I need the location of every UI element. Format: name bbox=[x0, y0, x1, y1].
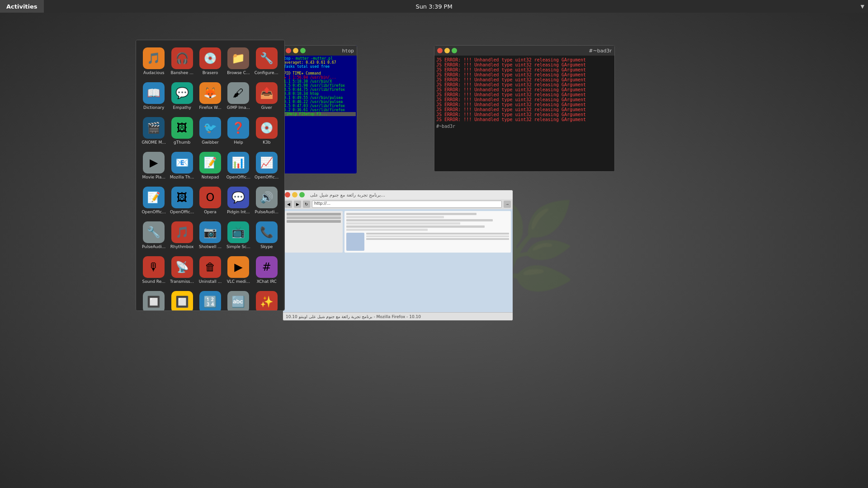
app-label-14: K3b bbox=[263, 140, 270, 145]
firefox-controls bbox=[285, 192, 305, 197]
app-drawer-item-6[interactable]: 💬 Empathy bbox=[169, 80, 195, 113]
app-drawer-item-22[interactable]: O Opera bbox=[197, 184, 223, 217]
firefox-avatar bbox=[346, 233, 364, 251]
htop-window[interactable]: htop top - mutter -mutter.pl averaget: 0… bbox=[283, 45, 357, 174]
app-drawer-item-4[interactable]: 🔧 Configure ... bbox=[254, 45, 280, 78]
app-label-3: Browse C... bbox=[227, 70, 250, 75]
app-drawer-item-29[interactable]: 📞 Skype bbox=[254, 219, 280, 252]
app-drawer-item-9[interactable]: 📤 Giver bbox=[254, 80, 280, 113]
app-icon-34: # bbox=[256, 256, 278, 278]
app-drawer-item-12[interactable]: 🐦 Gwibber bbox=[197, 114, 223, 147]
app-icon-11: 🖼 bbox=[171, 117, 193, 139]
app-drawer-item-18[interactable]: 📊 OpenOffic... bbox=[225, 149, 251, 182]
app-drawer-item-24[interactable]: 🔊 PulseAudi... bbox=[254, 184, 280, 217]
app-drawer-item-38[interactable]: 🔤 Character... bbox=[225, 288, 251, 311]
app-icon-12: 🐦 bbox=[199, 117, 221, 139]
firefox-min-btn[interactable] bbox=[292, 192, 297, 197]
app-icon-28: 📺 bbox=[227, 221, 249, 243]
htop-content: top - mutter -mutter.pl averaget: 0.43 0… bbox=[283, 56, 357, 117]
htop-close-btn[interactable] bbox=[286, 48, 291, 53]
htop-row-1: top - mutter -mutter.pl bbox=[284, 56, 356, 61]
app-icon-37: 🔢 bbox=[199, 291, 221, 311]
app-label-27: Shotwell ... bbox=[199, 244, 222, 249]
app-drawer-item-27[interactable]: 📷 Shotwell ... bbox=[197, 219, 223, 252]
app-drawer-item-36[interactable]: 🔲 Cairo-Doc... bbox=[169, 288, 195, 311]
app-drawer-item-21[interactable]: 🖼 OpenOffic... bbox=[169, 184, 195, 217]
app-drawer-item-23[interactable]: 💬 Pidgin Int... bbox=[225, 184, 251, 217]
app-drawer-item-25[interactable]: 🔧 PulseAudi... bbox=[141, 219, 167, 252]
app-drawer-item-5[interactable]: 📖 Dictionary bbox=[141, 80, 167, 113]
app-drawer-item-26[interactable]: 🎵 Rhythmbox bbox=[169, 219, 195, 252]
terminal-max-btn[interactable] bbox=[452, 48, 457, 53]
app-drawer-item-1[interactable]: 🎧 Banshee ... bbox=[169, 45, 195, 78]
app-drawer-item-28[interactable]: 📺 Simple Sc... bbox=[225, 219, 251, 252]
firefox-statusbar: برنامج تجربة رائعة مع جنوم شيل على اوبنت… bbox=[283, 312, 513, 320]
htop-row-10: 0.1 0:49.55 /usr/bin/pulsea bbox=[284, 96, 356, 100]
app-label-0: Audacious bbox=[143, 70, 164, 75]
app-icon-10: 🎬 bbox=[143, 117, 165, 139]
app-label-2: Brasero bbox=[203, 70, 218, 75]
app-drawer-item-30[interactable]: 🎙 Sound Re... bbox=[141, 253, 167, 286]
app-label-16: Mozilla Th... bbox=[170, 175, 194, 179]
app-drawer-item-13[interactable]: ❓ Help bbox=[225, 114, 251, 147]
app-drawer-item-3[interactable]: 📁 Browse C... bbox=[225, 45, 251, 78]
firefox-close-btn[interactable] bbox=[285, 192, 290, 197]
app-label-1: Banshee ... bbox=[170, 70, 193, 75]
app-icon-8: 🖌 bbox=[227, 82, 249, 104]
htop-row-14: F1Help F2Setup F3... bbox=[284, 112, 356, 116]
app-drawer-item-20[interactable]: 📝 OpenOffic... bbox=[141, 184, 167, 217]
app-drawer-item-34[interactable]: # XChat IRC bbox=[254, 253, 280, 286]
app-drawer-item-8[interactable]: 🖌 GIMP Ima... bbox=[225, 80, 251, 113]
firefox-fwd-btn[interactable]: ▶ bbox=[294, 201, 301, 208]
app-drawer-item-2[interactable]: 💿 Brasero bbox=[197, 45, 223, 78]
app-label-30: Sound Re... bbox=[142, 279, 165, 284]
app-icon-33: ▶ bbox=[227, 256, 249, 278]
firefox-back-btn[interactable]: ◀ bbox=[285, 201, 292, 208]
htop-titlebar: htop bbox=[283, 46, 357, 56]
app-label-28: Simple Sc... bbox=[226, 244, 250, 249]
terminal-content: JS ERROR: !!! Unhandled type uint32 rele… bbox=[434, 56, 614, 171]
app-label-31: Transmiss... bbox=[170, 279, 194, 284]
terminal-min-btn[interactable] bbox=[444, 48, 450, 53]
terminal-window[interactable]: #~bad3r JS ERROR: !!! Unhandled type uin… bbox=[434, 45, 615, 172]
app-drawer-item-37[interactable]: 🔢 Calculator bbox=[197, 288, 223, 311]
app-drawer-item-11[interactable]: 🖼 gThumb bbox=[169, 114, 195, 147]
firefox-url-bar[interactable]: http://... bbox=[312, 201, 502, 208]
app-drawer-item-14[interactable]: 💿 K3b bbox=[254, 114, 280, 147]
htop-row-8: 4.5 0:44.75 /usr/lib/firefox bbox=[284, 88, 356, 92]
activities-button[interactable]: Activities bbox=[0, 0, 44, 13]
htop-row-9: 0.8 0:10.34 htop bbox=[284, 92, 356, 96]
firefox-go-btn[interactable]: → bbox=[504, 201, 511, 208]
app-drawer-item-19[interactable]: 📈 OpenOffic... bbox=[254, 149, 280, 182]
topbar-right: ▼ bbox=[861, 4, 868, 9]
htop-row-5: ▶ 1 1:56.04 /usr/bin/... bbox=[284, 75, 356, 80]
app-drawer-item-10[interactable]: 🎬 GNOME M... bbox=[141, 114, 167, 147]
firefox-nav-bar bbox=[285, 211, 343, 253]
htop-min-btn[interactable] bbox=[293, 48, 298, 53]
app-drawer-item-17[interactable]: 📝 Notepad bbox=[197, 149, 223, 182]
app-icon-9: 📤 bbox=[256, 82, 278, 104]
app-drawer-item-32[interactable]: 🗑 Uninstall ... bbox=[197, 253, 223, 286]
app-drawer-item-0[interactable]: 🎵 Audacious bbox=[141, 45, 167, 78]
app-label-12: Gwibber bbox=[202, 140, 219, 145]
firefox-max-btn[interactable] bbox=[299, 192, 305, 197]
firefox-page-content bbox=[283, 209, 513, 312]
app-label-17: Notepad bbox=[202, 175, 219, 179]
app-label-22: Opera bbox=[204, 210, 217, 214]
app-icon-7: 🦊 bbox=[199, 82, 221, 104]
app-drawer-item-39[interactable]: ✨ Compiz F... bbox=[254, 288, 280, 311]
app-icon-3: 📁 bbox=[227, 47, 249, 69]
firefox-reload-btn[interactable]: ↻ bbox=[303, 201, 310, 208]
terminal-close-btn[interactable] bbox=[437, 48, 443, 53]
app-icon-20: 📝 bbox=[143, 187, 165, 208]
app-drawer-item-33[interactable]: ▶ VLC medi... bbox=[225, 253, 251, 286]
app-drawer-item-16[interactable]: 📧 Mozilla Th... bbox=[169, 149, 195, 182]
clock: Sun 3:39 PM bbox=[415, 3, 452, 10]
app-drawer-item-7[interactable]: 🦊 Firefox W... bbox=[197, 80, 223, 113]
app-drawer-item-35[interactable]: 🔲 Avant Win... bbox=[141, 288, 167, 311]
app-drawer-item-15[interactable]: ▶ Movie Pla... bbox=[141, 149, 167, 182]
app-icon-26: 🎵 bbox=[171, 221, 193, 243]
htop-max-btn[interactable] bbox=[300, 48, 306, 53]
app-drawer-item-31[interactable]: 📡 Transmiss... bbox=[169, 253, 195, 286]
firefox-window[interactable]: برنامج تجربة رائعة مع جنوم شيل على... ◀ … bbox=[283, 190, 513, 321]
